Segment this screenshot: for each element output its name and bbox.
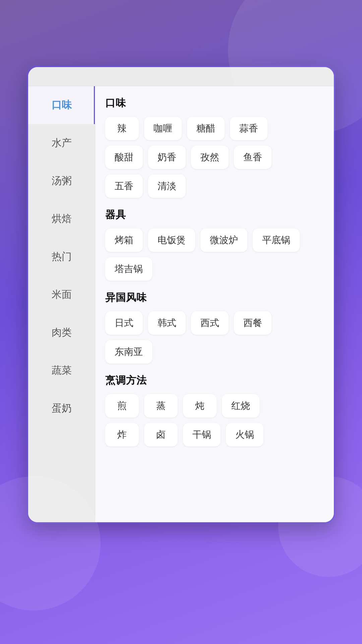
tag-煎[interactable]: 煎 xyxy=(105,394,139,418)
sidebar-item-水产[interactable]: 水产 xyxy=(28,124,95,162)
tags-row-2-4: 东南亚 xyxy=(105,340,324,364)
tag-鱼香[interactable]: 鱼香 xyxy=(234,146,272,169)
sidebar-item-蔬菜[interactable]: 蔬菜 xyxy=(28,352,95,389)
tag-塔吉锅[interactable]: 塔吉锅 xyxy=(105,257,152,281)
section-1: 器具烤箱电饭煲微波炉平底锅塔吉锅 xyxy=(105,208,324,281)
tag-辣[interactable]: 辣 xyxy=(105,117,139,140)
card-body: 口味水产汤粥烘焙热门米面肉类蔬菜蛋奶 口味辣咖喱糖醋蒜香酸甜奶香孜然鱼香五香清淡… xyxy=(28,86,334,522)
tag-五香[interactable]: 五香 xyxy=(105,174,143,198)
tag-平底锅[interactable]: 平底锅 xyxy=(253,228,300,252)
tags-row-0-4: 酸甜奶香孜然鱼香 xyxy=(105,146,324,169)
tags-row-0-8: 五香清淡 xyxy=(105,174,324,198)
sidebar-item-米面[interactable]: 米面 xyxy=(28,276,95,314)
tag-电饭煲[interactable]: 电饭煲 xyxy=(148,228,195,252)
tag-蒸[interactable]: 蒸 xyxy=(144,394,178,418)
section-2: 异国风味日式韩式西式西餐东南亚 xyxy=(105,291,324,364)
tag-清淡[interactable]: 清淡 xyxy=(148,174,186,198)
tag-韩式[interactable]: 韩式 xyxy=(148,311,186,335)
content-area: 口味辣咖喱糖醋蒜香酸甜奶香孜然鱼香五香清淡器具烤箱电饭煲微波炉平底锅塔吉锅异国风… xyxy=(95,86,334,522)
sidebar-item-热门[interactable]: 热门 xyxy=(28,238,95,276)
sidebar-item-烘焙[interactable]: 烘焙 xyxy=(28,200,95,238)
tag-西餐[interactable]: 西餐 xyxy=(234,311,272,335)
tags-row-3-4: 炸卤干锅火锅 xyxy=(105,423,324,446)
sidebar-item-蛋奶[interactable]: 蛋奶 xyxy=(28,389,95,427)
category-sidebar: 口味水产汤粥烘焙热门米面肉类蔬菜蛋奶 xyxy=(28,86,95,522)
tag-东南亚[interactable]: 东南亚 xyxy=(105,340,152,364)
section-title-3: 烹调方法 xyxy=(105,374,324,387)
sidebar-item-汤粥[interactable]: 汤粥 xyxy=(28,162,95,200)
tag-西式[interactable]: 西式 xyxy=(191,311,229,335)
tag-干锅[interactable]: 干锅 xyxy=(183,423,221,446)
tag-糖醋[interactable]: 糖醋 xyxy=(187,117,225,140)
tags-row-1-0: 烤箱电饭煲微波炉平底锅 xyxy=(105,228,324,252)
tags-row-1-4: 塔吉锅 xyxy=(105,257,324,281)
section-title-1: 器具 xyxy=(105,208,324,222)
tags-row-2-0: 日式韩式西式西餐 xyxy=(105,311,324,335)
tag-日式[interactable]: 日式 xyxy=(105,311,143,335)
tag-酸甜[interactable]: 酸甜 xyxy=(105,146,143,169)
tag-红烧[interactable]: 红烧 xyxy=(222,394,259,418)
tag-火锅[interactable]: 火锅 xyxy=(226,423,263,446)
tags-row-3-0: 煎蒸炖红烧 xyxy=(105,394,324,418)
section-title-2: 异国风味 xyxy=(105,291,324,305)
tag-微波炉[interactable]: 微波炉 xyxy=(200,228,247,252)
sidebar-item-口味[interactable]: 口味 xyxy=(28,86,95,124)
tag-蒜香[interactable]: 蒜香 xyxy=(230,117,267,140)
card-wrapper: 口味水产汤粥烘焙热门米面肉类蔬菜蛋奶 口味辣咖喱糖醋蒜香酸甜奶香孜然鱼香五香清淡… xyxy=(0,66,362,524)
tag-炖[interactable]: 炖 xyxy=(183,394,217,418)
tag-奶香[interactable]: 奶香 xyxy=(148,146,186,169)
tag-炸[interactable]: 炸 xyxy=(105,423,139,446)
recipe-card: 口味水产汤粥烘焙热门米面肉类蔬菜蛋奶 口味辣咖喱糖醋蒜香酸甜奶香孜然鱼香五香清淡… xyxy=(27,66,335,524)
section-3: 烹调方法煎蒸炖红烧炸卤干锅火锅 xyxy=(105,374,324,446)
tag-烤箱[interactable]: 烤箱 xyxy=(105,228,143,252)
tag-卤[interactable]: 卤 xyxy=(144,423,178,446)
tag-孜然[interactable]: 孜然 xyxy=(191,146,229,169)
sidebar-item-肉类[interactable]: 肉类 xyxy=(28,314,95,352)
tag-咖喱[interactable]: 咖喱 xyxy=(144,117,182,140)
